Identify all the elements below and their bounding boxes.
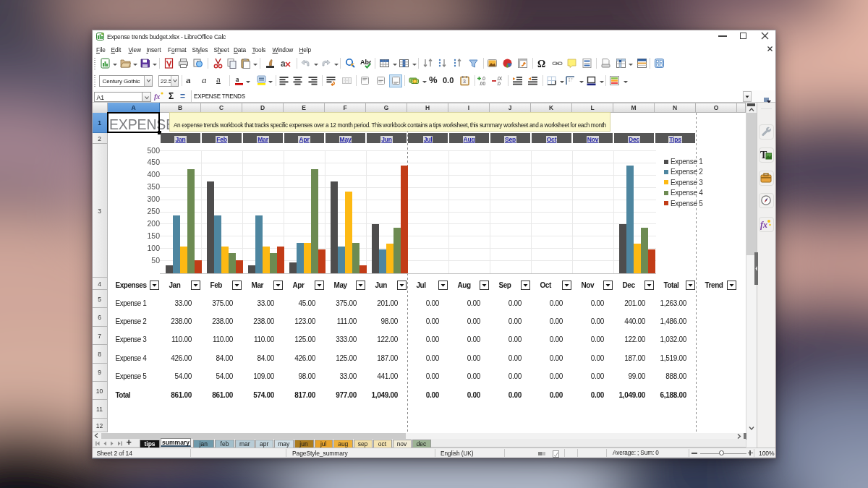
svg-text:.00: .00 [479, 81, 485, 86]
svg-text:fx: fx [154, 93, 160, 100]
svg-text:fx: fx [760, 220, 767, 230]
svg-text:a: a [235, 75, 239, 83]
svg-text:3: 3 [463, 79, 466, 84]
svg-text:.0: .0 [497, 81, 501, 86]
svg-text:Ω: Ω [537, 59, 545, 69]
svg-text:a: a [281, 59, 286, 69]
